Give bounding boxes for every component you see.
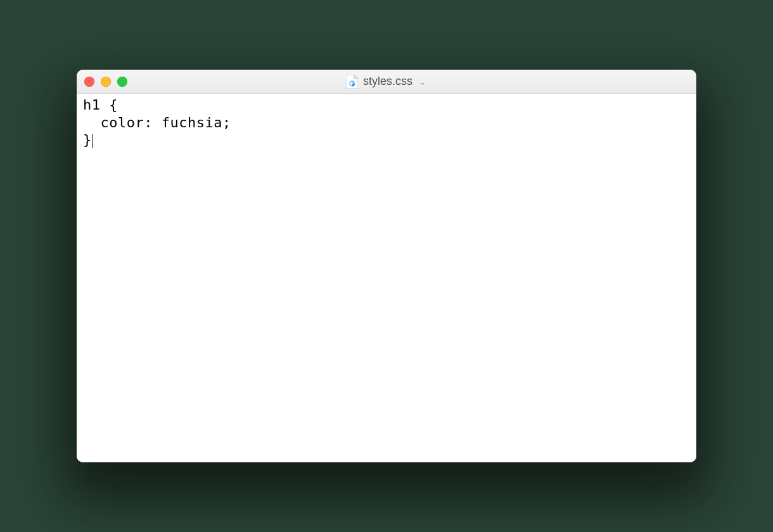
- code-line-2: color: fuchsia;: [83, 115, 231, 130]
- code-line-3: }: [83, 132, 92, 148]
- code-text[interactable]: h1 { color: fuchsia; }: [83, 96, 690, 149]
- css-file-icon: [347, 75, 358, 89]
- zoom-button[interactable]: [117, 77, 127, 87]
- window-titlebar[interactable]: styles.css ⌄: [77, 70, 696, 94]
- text-cursor: [92, 134, 93, 148]
- close-button[interactable]: [84, 77, 94, 87]
- traffic-lights: [84, 77, 127, 87]
- code-line-1: h1 {: [83, 97, 118, 113]
- minimize-button[interactable]: [101, 77, 111, 87]
- editor-content-area[interactable]: h1 { color: fuchsia; }: [77, 94, 696, 462]
- window-title: styles.css: [363, 75, 412, 88]
- text-editor-window: styles.css ⌄ h1 { color: fuchsia; }: [77, 70, 696, 462]
- window-title-group[interactable]: styles.css ⌄: [347, 75, 426, 89]
- chevron-down-icon[interactable]: ⌄: [419, 77, 426, 87]
